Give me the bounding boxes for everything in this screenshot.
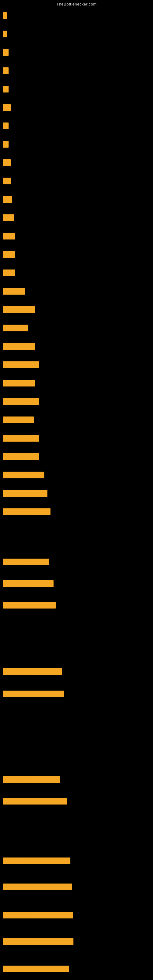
bar-label-38: Bottleneck result bbox=[3, 912, 73, 918]
bar-row-11: Bott bbox=[3, 196, 12, 203]
bar-row-32: Bottleneck result bbox=[3, 668, 62, 675]
bar-label-33: Bottleneck result bbox=[3, 690, 64, 697]
bar-row-34: Bottleneck result bbox=[3, 776, 60, 783]
bar-label-17: Bottleneck resu bbox=[3, 306, 35, 313]
bar-row-33: Bottleneck result bbox=[3, 690, 64, 697]
bar-label-39: Bottleneck result bbox=[3, 939, 73, 945]
bar-label-29: Bottleneck result bbox=[3, 558, 49, 565]
bar-label-11: Bott bbox=[3, 196, 12, 203]
bar-label-19: Bottleneck resu bbox=[3, 343, 35, 350]
bar-label-7: Bo bbox=[3, 123, 9, 129]
bar-row-3: Bo bbox=[3, 49, 9, 56]
bar-row-24: Bottleneck result bbox=[3, 435, 39, 442]
bar-row-35: Bottleneck result bbox=[3, 798, 67, 805]
bar-label-26: Bottleneck result bbox=[3, 472, 45, 478]
bar-row-15: Bottle bbox=[3, 269, 15, 276]
bar-row-23: Bottleneck res bbox=[3, 417, 33, 423]
bar-label-2: B bbox=[3, 30, 7, 37]
bar-label-20: Bottleneck result bbox=[3, 361, 39, 368]
bar-label-23: Bottleneck res bbox=[3, 417, 33, 423]
bar-label-27: Bottleneck result bbox=[3, 490, 48, 497]
bar-row-5: Bo bbox=[3, 86, 9, 92]
bar-row-38: Bottleneck result bbox=[3, 912, 73, 918]
bar-label-30: Bottleneck result bbox=[3, 580, 54, 587]
bar-row-14: Bottle bbox=[3, 251, 15, 258]
bar-row-10: Bot bbox=[3, 178, 11, 185]
bar-row-31: Bottleneck result bbox=[3, 602, 56, 609]
bar-row-19: Bottleneck resu bbox=[3, 343, 35, 350]
bar-label-35: Bottleneck result bbox=[3, 798, 67, 805]
bars-container: BBBoBoBoBotBoBoBotBotBottBottlBottleBott… bbox=[0, 8, 153, 980]
bar-row-12: Bottl bbox=[3, 215, 14, 221]
bar-row-29: Bottleneck result bbox=[3, 558, 49, 565]
bar-label-6: Bot bbox=[3, 104, 11, 111]
bar-row-4: Bo bbox=[3, 67, 9, 74]
bar-row-18: Bottleneck r bbox=[3, 325, 28, 331]
bar-label-12: Bottl bbox=[3, 215, 14, 221]
bar-label-34: Bottleneck result bbox=[3, 776, 60, 783]
bar-row-16: Bottleneck bbox=[3, 288, 25, 294]
bar-row-40: Bottleneck result bbox=[3, 966, 69, 972]
bar-label-22: Bottleneck result bbox=[3, 398, 39, 405]
bar-label-32: Bottleneck result bbox=[3, 668, 62, 675]
bar-row-7: Bo bbox=[3, 123, 9, 129]
bar-row-2: B bbox=[3, 30, 7, 37]
bar-label-28: Bottleneck result bbox=[3, 508, 51, 515]
bar-label-16: Bottleneck bbox=[3, 288, 25, 294]
bar-label-31: Bottleneck result bbox=[3, 602, 56, 609]
bar-row-27: Bottleneck result bbox=[3, 490, 48, 497]
bar-label-37: Bottleneck result bbox=[3, 883, 72, 890]
bar-label-10: Bot bbox=[3, 178, 11, 185]
bar-label-8: Bo bbox=[3, 141, 9, 148]
bar-label-24: Bottleneck result bbox=[3, 435, 39, 442]
bar-label-1: B bbox=[3, 12, 7, 19]
bar-row-8: Bo bbox=[3, 141, 9, 148]
bar-row-21: Bottleneck resu bbox=[3, 380, 35, 387]
bar-label-4: Bo bbox=[3, 67, 9, 74]
site-title: TheBottlenecker.com bbox=[0, 0, 153, 8]
bar-row-36: Bottleneck result bbox=[3, 858, 70, 864]
bar-row-28: Bottleneck result bbox=[3, 508, 51, 515]
bar-label-13: Bottle bbox=[3, 233, 15, 240]
bar-row-22: Bottleneck result bbox=[3, 398, 39, 405]
bar-label-40: Bottleneck result bbox=[3, 966, 69, 972]
bar-row-25: Bottleneck result bbox=[3, 453, 39, 460]
bar-row-6: Bot bbox=[3, 104, 11, 111]
bar-row-13: Bottle bbox=[3, 233, 15, 240]
bar-row-20: Bottleneck result bbox=[3, 361, 39, 368]
bar-label-25: Bottleneck result bbox=[3, 453, 39, 460]
bar-label-14: Bottle bbox=[3, 251, 15, 258]
bar-row-17: Bottleneck resu bbox=[3, 306, 35, 313]
bar-row-39: Bottleneck result bbox=[3, 939, 73, 945]
bar-label-3: Bo bbox=[3, 49, 9, 56]
bar-row-9: Bot bbox=[3, 159, 11, 166]
bar-label-18: Bottleneck r bbox=[3, 325, 28, 331]
bar-label-21: Bottleneck resu bbox=[3, 380, 35, 387]
bar-label-9: Bot bbox=[3, 159, 11, 166]
bar-label-5: Bo bbox=[3, 86, 9, 92]
bar-row-30: Bottleneck result bbox=[3, 580, 54, 587]
bar-row-1: B bbox=[3, 12, 7, 19]
bar-row-26: Bottleneck result bbox=[3, 472, 45, 478]
bar-label-15: Bottle bbox=[3, 269, 15, 276]
bar-row-37: Bottleneck result bbox=[3, 883, 72, 890]
bar-label-36: Bottleneck result bbox=[3, 858, 70, 864]
